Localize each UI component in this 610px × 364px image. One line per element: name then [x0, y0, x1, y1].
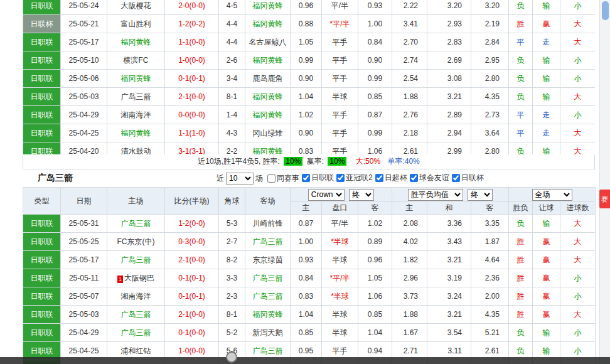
league-filter-label: 球会友谊 — [419, 173, 449, 183]
ah-away-odds: 0.85 — [358, 88, 392, 106]
league-filter[interactable]: 球会友谊 — [410, 173, 449, 183]
scrollbar-thumb[interactable] — [602, 1, 609, 20]
handicap-result-cell: 赢 — [533, 233, 560, 251]
away-team[interactable]: 川崎前锋 — [245, 215, 291, 233]
scope-select[interactable]: 全场 — [532, 189, 572, 201]
ah-line: 半球 — [322, 324, 358, 342]
score: 2-1(0-0) — [165, 306, 219, 324]
home-team[interactable]: 富山胜利 — [107, 15, 165, 33]
home-team[interactable]: 广岛三箭 — [107, 324, 165, 342]
ah-away-odds: 0.96 — [358, 251, 392, 269]
odds-final-select[interactable]: 终 — [349, 189, 374, 201]
home-team[interactable]: FC东京(中) — [107, 233, 165, 251]
league-badge: 日职联 — [23, 88, 61, 106]
filter-bar: 近 10 场 同赛事 日职联亚冠联2日超杯球会友谊日联杯 — [215, 173, 484, 185]
away-team[interactable]: 福冈黄蜂 — [245, 88, 291, 106]
home-team[interactable]: 广岛三箭 — [107, 251, 165, 269]
single-rate-text: 单率:40% — [387, 157, 419, 166]
league-filter-label: 日超杯 — [385, 173, 407, 183]
result-group: 全场 — [509, 188, 596, 202]
result-cell: 平 — [509, 106, 533, 124]
result-cell: 胜 — [509, 15, 533, 33]
home-team[interactable]: 广岛三箭 — [107, 215, 165, 233]
league-filter[interactable]: 日职联 — [302, 173, 334, 183]
eu-draw-odds: 3.20 — [427, 0, 471, 15]
away-team[interactable]: 福冈黄蜂 — [245, 0, 291, 15]
away-team[interactable]: 福冈黄蜂 — [245, 306, 291, 324]
league-filter-checkbox[interactable] — [410, 174, 418, 182]
floating-side-tab[interactable]: 赛 — [599, 190, 610, 208]
same-event-filter[interactable]: 同赛事 — [267, 173, 299, 184]
away-team[interactable]: 广岛三箭 — [245, 287, 291, 306]
ah-line: 平手 — [322, 51, 358, 70]
away-team[interactable]: 福冈黄蜂 — [245, 51, 291, 70]
ah-away-odds: 0.85 — [358, 306, 392, 324]
ah-home-odds: 0.93 — [291, 251, 322, 269]
away-team[interactable]: 冈山绿雉 — [245, 124, 291, 142]
goals-result-cell: 小 — [560, 287, 596, 306]
home-team[interactable]: 1大阪钢巴 — [107, 269, 165, 287]
league-filter-checkbox[interactable] — [452, 174, 460, 182]
home-team[interactable]: 横滨FC — [107, 51, 165, 70]
corner-count: 8-2 — [219, 251, 245, 269]
wdl-final-select[interactable]: 终 — [468, 189, 493, 201]
eu-home-odds: 4.02 — [392, 233, 427, 251]
away-team[interactable]: 福冈黄蜂 — [245, 15, 291, 33]
home-team[interactable]: 广岛三箭 — [107, 88, 165, 106]
home-team[interactable]: 大阪樱花 — [107, 0, 165, 15]
eu-away-odds: 1.87 — [471, 233, 509, 251]
media-widget-icon[interactable] — [226, 351, 237, 363]
eu-draw-odds: 3.21 — [427, 251, 471, 269]
away-team[interactable]: 新泻天鹅 — [245, 324, 291, 342]
col-result: 胜负 — [509, 202, 533, 215]
match-date: 25-05-07 — [61, 287, 107, 306]
col-ah-away: 客 — [358, 202, 392, 215]
score: 2-1(0-0) — [165, 88, 219, 106]
league-badge: 日职联 — [23, 142, 61, 155]
home-team[interactable]: 广岛三箭 — [107, 306, 165, 324]
eu-draw-odds: 3.08 — [427, 70, 471, 88]
league-filter-checkbox[interactable] — [302, 174, 310, 182]
handicap-result-cell: 赢 — [533, 269, 560, 287]
goals-result-cell: 大 — [560, 215, 596, 233]
away-team[interactable]: 广岛三箭 — [245, 269, 291, 287]
home-team[interactable]: 福冈黄蜂 — [107, 33, 165, 51]
wdl-average-select[interactable]: 胜平负均值 — [408, 189, 463, 201]
recent-count-select[interactable]: 10 — [226, 173, 254, 185]
same-event-checkbox[interactable] — [267, 174, 276, 183]
match-row: 日职联25-05-07湘南海洋0-1(0-1)2-3广岛三箭0.83*半球1.0… — [23, 287, 596, 306]
col-type: 类型 — [23, 188, 61, 215]
match-row: 日职联25-05-17福冈黄蜂1-1(0-0)4-4名古屋鲸八1.05平手0.8… — [23, 33, 596, 51]
away-team[interactable]: 东京绿茵 — [245, 251, 291, 269]
home-team[interactable]: 湘南海洋 — [107, 287, 165, 306]
ah-home-odds: 0.99 — [291, 51, 322, 70]
odds-company-select[interactable]: Crown — [308, 189, 345, 201]
league-filter[interactable]: 日联杯 — [452, 173, 484, 183]
eu-away-odds: 4.64 — [471, 251, 509, 269]
eu-home-odds: 2.08 — [392, 215, 427, 233]
away-team[interactable]: 广岛三箭 — [245, 233, 291, 251]
home-team[interactable]: 福冈黄蜂 — [107, 124, 165, 142]
home-team[interactable]: 福冈黄蜂 — [107, 70, 165, 88]
away-team[interactable]: 福冈黄蜂 — [245, 106, 291, 124]
home-team[interactable]: 湘南海洋 — [107, 106, 165, 124]
vertical-scrollbar[interactable] — [599, 0, 610, 364]
league-badge: 日职联 — [23, 215, 61, 233]
score: 1-1(0-0) — [165, 33, 219, 51]
match-date: 25-04-29 — [61, 324, 107, 342]
league-filter[interactable]: 日超杯 — [375, 173, 407, 183]
league-filter[interactable]: 亚冠联2 — [336, 173, 373, 183]
away-team[interactable]: 名古屋鲸八 — [245, 33, 291, 51]
match-row: 日职联25-04-29湘南海洋0-0(0-0)1-4福冈黄蜂1.02平手0.87… — [23, 106, 596, 124]
match-row: 日职联25-04-20清水鼓动3-1(3-1)2-2福冈黄蜂0.83平手1.06… — [23, 142, 596, 155]
home-team[interactable]: 清水鼓动 — [107, 142, 165, 155]
league-filter-checkbox[interactable] — [375, 174, 383, 182]
away-team[interactable]: 福冈黄蜂 — [245, 142, 291, 155]
handicap-result-cell: 赢 — [533, 15, 560, 33]
result-cell: 负 — [509, 324, 533, 342]
away-team[interactable]: 鹿岛鹿角 — [245, 70, 291, 88]
league-badge: 日职联 — [23, 0, 61, 15]
eu-away-odds: 3.20 — [471, 0, 509, 15]
league-filter-checkbox[interactable] — [336, 174, 345, 182]
eu-home-odds: 2.54 — [392, 70, 427, 88]
